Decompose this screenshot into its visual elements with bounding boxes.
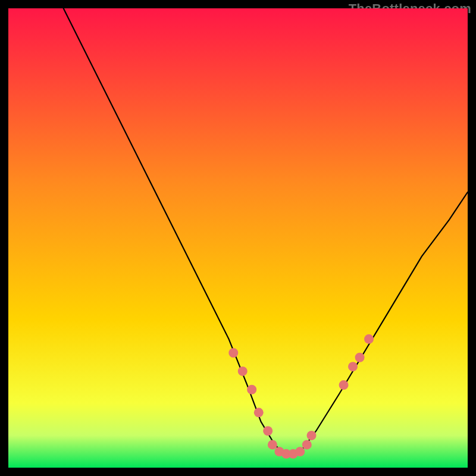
marker-dot	[355, 353, 365, 362]
chart-background	[8, 8, 468, 468]
marker-dot	[247, 385, 256, 394]
marker-dot	[228, 348, 238, 358]
marker-dot	[238, 367, 248, 376]
marker-dot	[307, 431, 317, 440]
marker-dot	[295, 447, 305, 456]
marker-dot	[348, 362, 358, 371]
marker-dot	[268, 440, 277, 449]
marker-dot	[254, 408, 264, 417]
chart-frame: TheBottleneck.com	[8, 8, 468, 468]
marker-dot	[263, 426, 273, 436]
marker-dot	[339, 380, 349, 390]
marker-dot	[364, 334, 374, 344]
chart-svg	[8, 8, 468, 468]
marker-dot	[302, 440, 312, 449]
